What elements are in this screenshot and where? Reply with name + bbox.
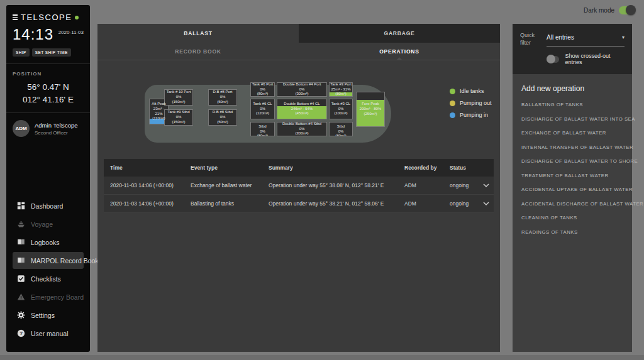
chevron-down-icon[interactable] <box>483 183 489 188</box>
legend-dot <box>450 112 455 118</box>
tank-capacity: (150m³) <box>172 120 185 125</box>
operation-item-accidental-discharge-of-ballast-water[interactable]: ACCIDENTAL DISCHARGE OF BALLAST WATER <box>521 201 623 207</box>
sidebar-item-user-manual[interactable]: ?User manual <box>13 325 84 342</box>
tank-db8port[interactable]: D.B #8 Port0%(50m³) <box>208 89 237 106</box>
dark-mode-toggle[interactable] <box>619 6 635 14</box>
tank-name: Double Bottom #4 CL <box>284 102 319 107</box>
logo: TELSCOPE <box>13 13 84 22</box>
tank-t10port[interactable]: Tank # 10 Port0%(150m³) <box>164 89 193 106</box>
sidebar-item-dashboard[interactable]: Dashboard <box>13 197 84 214</box>
tank-capacity: (250m³) <box>364 112 377 117</box>
cell-time: 2020-11-03 14:06 (+00:00) <box>104 200 184 207</box>
book-icon <box>17 238 25 246</box>
tank-t3cl[interactable]: Tank #3 CL0%(100m³) <box>329 99 353 119</box>
tank-info: Tank # 10 Port0%(150m³) <box>165 90 192 105</box>
dark-mode-control: Dark mode <box>584 6 635 14</box>
longitude-value: 012° 41.16' E <box>13 94 84 106</box>
logo-text: TELSCOPE <box>21 13 72 22</box>
tank-name: Tank # 10 Port <box>167 90 191 95</box>
tank-level: 0% <box>220 95 226 100</box>
tank-t3stbd[interactable]: Tank #3 Stbd0%(80m³) <box>329 122 353 136</box>
operations-table: TimeEvent typeSummaryRecorded byStatus 2… <box>104 159 494 213</box>
tank-legend: Idle tanksPumping outPumping in <box>450 88 492 118</box>
sidebar-nav: DashboardVoyageLogbooksMARPOL Record Boo… <box>13 197 84 344</box>
tank-level: 0% <box>338 129 344 134</box>
table-row[interactable]: 2020-11-03 14:06 (+00:00)Ballasting of t… <box>104 195 494 213</box>
tank-info: Tank #9 Stbd0%(150m³) <box>165 110 192 125</box>
ship-time-chip[interactable]: SHIP <box>13 48 30 57</box>
tank-level: 0% <box>260 129 265 134</box>
crossed-out-toggle[interactable] <box>547 56 559 63</box>
operation-item-internal-transfer-of-ballast-water[interactable]: INTERNAL TRANSFER OF BALLAST WATER <box>521 145 623 150</box>
book-icon <box>17 256 25 265</box>
tank-t6port[interactable]: Tank #6 Port0%(80m³) <box>250 82 275 97</box>
tank-capacity: (120m³) <box>256 111 269 116</box>
operation-item-readings-of-tanks[interactable]: READINGS OF TANKS <box>521 229 623 235</box>
tank-info: D.B #8 Stbd0%(50m³) <box>209 110 236 125</box>
tank-capacity: (150m³) <box>172 100 185 105</box>
subtab-record-book[interactable]: RECORD BOOK <box>97 43 299 60</box>
cell-recorded-by: ADM <box>398 200 443 207</box>
tank-db8stbd[interactable]: D.B #8 Stbd0%(50m³) <box>208 109 237 126</box>
set-ship-time-chip[interactable]: SET SHIP TIME <box>32 48 71 57</box>
tank-t9stbd[interactable]: Tank #9 Stbd0%(150m³) <box>164 109 193 126</box>
operation-item-exchange-of-ballast-water[interactable]: EXCHANGE OF BALLAST WATER <box>521 130 623 136</box>
tank-name: Double Bottom #4 Port <box>283 82 321 87</box>
operation-item-accidental-uptake-of-ballast-water[interactable]: ACCIDENTAL UPTAKE OF BALLAST WATER <box>521 187 623 192</box>
tank-level: 25m³ - 31% <box>331 87 350 92</box>
tank-db4cl[interactable]: Double Bottom #4 CL246m³ - 54%(450m³) <box>277 99 327 119</box>
record-book-tabs: BALLASTGARBAGE <box>97 24 500 43</box>
sidebar-item-label: Voyage <box>31 221 53 228</box>
tank-forepeak[interactable]: Fore Peak200m³ - 80%(250m³) <box>356 92 385 127</box>
operation-item-discharge-of-ballast-water-into-sea[interactable]: DISCHARGE OF BALLAST WATER INTO SEA <box>521 116 623 122</box>
tank-capacity: (80m³) <box>257 134 269 136</box>
tank-name: Tank #3 Stbd <box>330 122 352 129</box>
chevron-down-icon[interactable] <box>483 202 489 206</box>
tank-name: Aft Peak <box>152 102 166 107</box>
user-profile[interactable]: ADM Admin TelScope Second Officer <box>13 120 84 137</box>
operation-item-discharge-of-ballast-water-to-shore[interactable]: DISCHARGE OF BALLAST WATER TO SHORE <box>521 158 623 164</box>
add-operation-section: Add new operation BALLASTING OF TANKSDIS… <box>513 74 632 352</box>
table-row[interactable]: 2020-11-03 14:06 (+00:00)Exchange of bal… <box>104 177 494 195</box>
sidebar-item-label: Dashboard <box>31 202 63 210</box>
cell-status: ongoing <box>443 182 479 188</box>
active-subtab-caret <box>397 57 402 60</box>
tab-garbage[interactable]: GARBAGE <box>299 24 500 43</box>
tank-db4stbd[interactable]: Double Bottom #4 Stbd0%(300m³) <box>277 122 327 136</box>
column-header: Recorded by <box>398 165 443 171</box>
tank-info: Fore Peak200m³ - 80%(250m³) <box>357 92 384 126</box>
tab-ballast[interactable]: BALLAST <box>97 24 299 43</box>
sidebar-item-settings[interactable]: Settings <box>13 307 84 324</box>
legend-item: Pumping in <box>450 112 492 118</box>
tank-level: 0% <box>260 87 265 92</box>
add-operation-title: Add new operation <box>521 84 623 93</box>
toggle-knob <box>626 5 636 15</box>
divider <box>97 60 500 60</box>
bottom-strip <box>0 355 644 360</box>
tank-name: D.B #8 Stbd <box>213 110 233 115</box>
tank-t6stbd[interactable]: Tank #6 Stbd0%(80m³) <box>250 122 275 136</box>
sidebar-item-logbooks[interactable]: Logbooks <box>13 234 84 251</box>
sidebar-item-voyage[interactable]: Voyage <box>13 215 84 232</box>
tank-db4port[interactable]: Double Bottom #4 Port0%(300m³) <box>277 82 327 97</box>
quick-filter-dropdown[interactable]: All entries ▾ <box>547 31 625 46</box>
sidebar-item-marpol-record-books[interactable]: MARPOL Record Books <box>13 252 84 269</box>
status-dot <box>75 16 79 19</box>
tank-info: Tank #6 CL0%(120m³) <box>251 99 274 119</box>
tank-info: Double Bottom #4 CL246m³ - 54%(450m³) <box>277 99 326 119</box>
cell-time: 2020-11-03 14:06 (+00:00) <box>104 182 184 188</box>
user-name: Admin TelScope <box>35 122 77 129</box>
cell-summary: Operation under way 55° 38.08' N, 012° 5… <box>262 182 398 188</box>
tank-t6cl[interactable]: Tank #6 CL0%(120m³) <box>250 99 275 119</box>
ship-tank-diagram: Aft Peak23m³ - 21%(110m³)Tank # 10 Port0… <box>97 69 500 148</box>
quick-filter-section: Quick filter All entries ▾ Show crossed-… <box>513 24 632 74</box>
tank-t3port[interactable]: Tank #3 Port25m³ - 31%(80m³) <box>329 82 353 97</box>
sidebar-item-label: Emergency Board <box>31 293 84 301</box>
tank-name: Double Bottom #4 Stbd <box>282 122 321 127</box>
tank-name: Tank #6 Port <box>252 82 274 87</box>
sidebar-item-emergency-board[interactable]: Emergency Board <box>13 288 84 305</box>
operation-item-treatment-of-ballast-water[interactable]: TREATMENT OF BALLAST WATER <box>521 173 623 178</box>
operation-item-ballasting-of-tanks[interactable]: BALLASTING OF TANKS <box>521 102 623 107</box>
operation-item-cleaning-of-tanks[interactable]: CLEANING OF TANKS <box>521 215 623 221</box>
sidebar-item-checklists[interactable]: Checklists <box>13 270 84 287</box>
